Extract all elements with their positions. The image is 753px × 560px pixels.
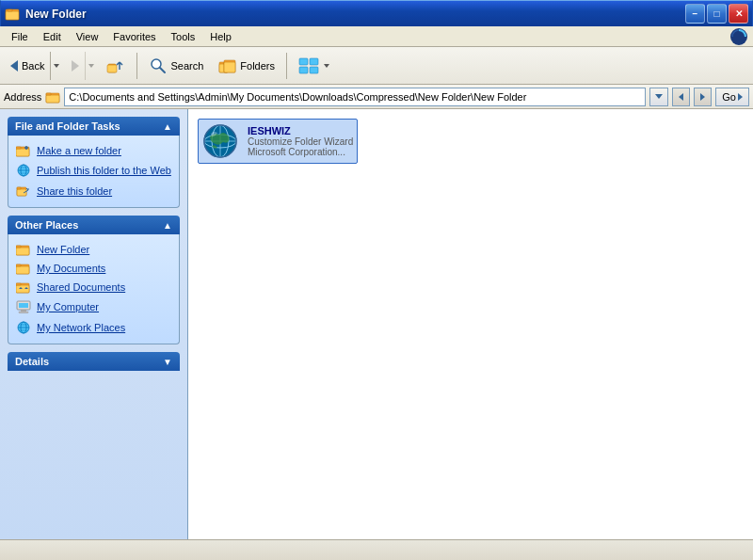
toolbar: Back Search	[0, 47, 753, 85]
maximize-button[interactable]: □	[707, 4, 727, 24]
other-places-label: Other Places	[15, 219, 78, 231]
file-folder-tasks-section: File and Folder Tasks ▲ Make a new folde…	[8, 117, 180, 208]
menu-help[interactable]: Help	[202, 29, 239, 44]
menu-tools[interactable]: Tools	[164, 29, 203, 44]
other-places-my-computer[interactable]: My Computer	[12, 296, 175, 317]
details-section: Details ▼	[8, 352, 180, 371]
address-input[interactable]	[64, 88, 646, 106]
shared-docs-label: Shared Documents	[37, 281, 125, 293]
forward-chevron-icon	[88, 64, 94, 68]
svg-rect-33	[16, 248, 29, 255]
back-button[interactable]: Back	[4, 51, 63, 81]
spinning-icon	[729, 26, 749, 47]
other-places-network[interactable]: My Network Places	[12, 317, 175, 338]
svg-rect-14	[299, 67, 308, 73]
svg-rect-36	[16, 266, 29, 274]
go-button[interactable]: Go	[715, 88, 749, 106]
svg-rect-37	[16, 264, 21, 266]
svg-rect-2	[8, 9, 12, 11]
back-dropdown-arrow[interactable]	[50, 52, 62, 80]
views-icon	[298, 56, 321, 75]
task-share[interactable]: Share this folder	[12, 181, 175, 201]
other-places-chevron: ▲	[163, 220, 172, 231]
toolbar-sep-1	[136, 53, 137, 79]
search-button[interactable]: Search	[142, 51, 210, 81]
svg-rect-31	[17, 187, 21, 189]
up-icon	[106, 56, 125, 75]
svg-rect-15	[310, 67, 318, 73]
task-share-label: Share this folder	[37, 185, 112, 197]
details-header[interactable]: Details ▼	[8, 352, 180, 371]
title-bar-left: New Folder	[5, 7, 87, 22]
title-text: New Folder	[25, 8, 87, 21]
svg-rect-43	[21, 310, 26, 312]
folders-button[interactable]: Folders	[212, 51, 281, 81]
left-panel: File and Folder Tasks ▲ Make a new folde…	[0, 109, 188, 539]
details-chevron: ▼	[163, 357, 172, 367]
address-dropdown-button[interactable]	[649, 88, 668, 106]
menu-file[interactable]: File	[4, 29, 36, 44]
svg-rect-1	[6, 11, 19, 20]
toolbar-sep-2	[286, 53, 287, 79]
forward-arrow-icon	[72, 60, 79, 72]
status-bar	[0, 539, 753, 560]
other-places-my-docs[interactable]: My Documents	[12, 259, 175, 278]
svg-rect-34	[16, 246, 21, 248]
minimize-button[interactable]: −	[685, 4, 705, 24]
task-new-folder-label: Make a new folder	[37, 145, 121, 156]
publish-icon	[16, 163, 31, 178]
other-places-shared-docs[interactable]: Shared Documents	[12, 278, 175, 296]
file-description: Customize Folder Wizard	[248, 136, 353, 147]
menu-bar: File Edit View Favorites Tools Help	[0, 26, 753, 47]
task-new-folder[interactable]: Make a new folder	[12, 141, 175, 160]
address-nav-right[interactable]	[694, 88, 712, 106]
forward-dropdown-arrow[interactable]	[85, 52, 97, 80]
my-docs-label: My Documents	[37, 263, 105, 274]
share-icon	[16, 184, 31, 199]
file-folder-tasks-body: Make a new folder Publish this folder to…	[8, 136, 180, 208]
other-places-new-folder[interactable]: New Folder	[12, 240, 175, 259]
shared-docs-icon	[16, 280, 31, 294]
title-buttons: − □ ✕	[685, 4, 748, 24]
svg-rect-5	[107, 65, 117, 72]
svg-rect-44	[19, 312, 28, 313]
svg-rect-40	[16, 283, 21, 285]
go-arrow-icon	[738, 93, 743, 101]
other-new-folder-label: New Folder	[37, 244, 89, 255]
details-label: Details	[15, 356, 49, 367]
back-chevron-icon	[54, 64, 59, 68]
address-nav-left[interactable]	[672, 88, 690, 106]
views-button[interactable]	[292, 51, 336, 81]
other-places-section: Other Places ▲ New Folder	[8, 216, 180, 344]
search-icon	[149, 56, 168, 75]
svg-rect-17	[46, 95, 59, 103]
menu-favorites[interactable]: Favorites	[105, 29, 163, 44]
addr-nav-right-icon	[700, 93, 705, 101]
menu-view[interactable]: View	[69, 29, 106, 44]
other-folder-icon	[16, 243, 31, 256]
file-item-ieshwiz[interactable]: IESHWIZ Customize Folder Wizard Microsof…	[198, 119, 358, 164]
address-dropdown-icon	[655, 94, 663, 99]
forward-button[interactable]	[65, 51, 98, 81]
svg-line-7	[160, 68, 165, 72]
up-button[interactable]	[100, 51, 132, 81]
svg-rect-12	[299, 58, 308, 65]
forward-button-main[interactable]	[66, 57, 85, 74]
svg-rect-11	[224, 62, 235, 72]
network-places-label: My Network Places	[37, 322, 125, 333]
back-button-main[interactable]: Back	[5, 57, 50, 74]
go-label: Go	[722, 91, 736, 103]
menu-edit[interactable]: Edit	[36, 29, 69, 44]
file-folder-tasks-header[interactable]: File and Folder Tasks ▲	[8, 117, 180, 136]
task-publish[interactable]: Publish this folder to the Web	[12, 160, 175, 181]
file-globe-icon	[202, 123, 238, 159]
file-name: IESHWIZ	[248, 125, 353, 136]
close-button[interactable]: ✕	[729, 4, 748, 24]
computer-icon	[16, 299, 31, 314]
back-label: Back	[22, 60, 44, 72]
search-label: Search	[170, 60, 203, 72]
other-places-header[interactable]: Other Places ▲	[8, 216, 180, 234]
folders-icon	[218, 56, 237, 75]
right-content: IESHWIZ Customize Folder Wizard Microsof…	[188, 109, 753, 539]
title-icon	[5, 7, 20, 22]
